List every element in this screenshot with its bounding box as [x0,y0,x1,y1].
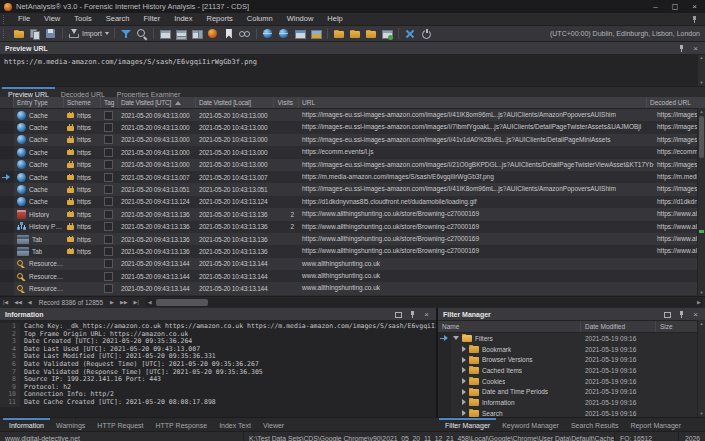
filter-tree-row[interactable]: Filters2021-05-19 09:16 [438,333,705,344]
tag-checkbox[interactable] [104,247,113,256]
menu-item-reports[interactable]: Reports [200,13,240,25]
tag-checkbox[interactable] [104,222,113,231]
menu-item-search[interactable]: Search [99,13,137,25]
filter-tree-row[interactable]: Date and Time Periods2021-05-19 09:16 [438,386,705,397]
collapse-arrow-icon[interactable] [453,336,459,340]
tag-checkbox[interactable] [104,272,113,281]
toolbar-import-button[interactable]: Import [67,27,110,41]
expand-arrow-icon[interactable] [462,389,466,395]
toolbar-power-button[interactable] [419,27,433,41]
menu-item-help[interactable]: Help [320,13,349,25]
maximize-panel-icon[interactable] [394,310,403,319]
filter-tree-row[interactable]: Search2021-05-19 09:16 [438,408,705,417]
filter-tree-row[interactable]: Cached Items2021-05-19 09:16 [438,365,705,376]
close-icon[interactable]: × [422,310,431,319]
last-record-button[interactable]: ▶| [131,297,142,308]
toolbar-copy-button[interactable] [28,27,42,41]
toolbar-open-case-button[interactable] [12,27,26,41]
scroll-down-icon[interactable]: ▼ [698,289,705,296]
table-row[interactable]: Historyhttps2021-05-20 09:43:13.1362021-… [0,208,705,220]
pin-icon[interactable] [677,310,686,319]
prev-record-button[interactable]: ◀ [25,297,35,308]
tab-viewer[interactable]: Viewer [257,418,290,431]
toolbar-grid-view-button[interactable] [158,27,172,41]
column-header-name[interactable]: Name [438,321,581,332]
toolbar-search-button[interactable] [135,27,149,41]
table-row[interactable]: Resource Pref...2021-05-20 09:43:13.1442… [0,282,705,294]
expand-arrow-icon[interactable] [462,346,466,352]
table-row[interactable]: Cachehttps2021-05-20 09:43:13.0512021-05… [0,183,705,195]
toolbar-grid-detail-view-button[interactable] [174,27,188,41]
notification-pin-icon[interactable] [691,15,699,24]
tag-checkbox[interactable] [104,111,113,120]
tab-http-request[interactable]: HTTP Request [91,418,149,431]
table-row[interactable]: Cachehttps2021-05-20 09:43:13.0002021-05… [0,146,705,158]
menu-item-column[interactable]: Column [240,13,280,25]
table-row[interactable]: Tabhttps2021-05-20 09:43:13.1362021-05-2… [0,233,705,245]
tag-checkbox[interactable] [104,148,113,157]
scroll-down-icon[interactable]: ▼ [698,410,705,417]
table-row[interactable]: Cachehttps2021-05-20 09:43:13.0002021-05… [0,134,705,146]
toolbar-link-button[interactable] [238,27,252,41]
tab-keyword-manager[interactable]: Keyword Manager [496,418,565,431]
filter-tree-row[interactable]: Cookies2021-05-19 09:16 [438,376,705,387]
tag-checkbox[interactable] [104,185,113,194]
horizontal-scrollbar[interactable]: ◀ ▶ [146,298,703,307]
close-icon[interactable]: × [691,44,700,53]
tab-information[interactable]: Information [3,418,50,431]
close-button[interactable]: × [692,0,697,13]
grid-vertical-scrollbar[interactable]: ▲ ▼ [697,108,705,296]
minimize-button[interactable]: – [653,0,657,13]
first-record-button[interactable]: |◀ [0,297,11,308]
toolbar-save-button[interactable] [44,27,58,41]
menu-item-filter[interactable]: Filter [137,13,168,25]
column-header-date-modified[interactable]: Date Modified [581,321,656,332]
tag-checkbox[interactable] [104,210,113,219]
tag-checkbox[interactable] [104,173,113,182]
table-row[interactable]: Cachehttps2021-05-20 09:43:13.0002021-05… [0,159,705,171]
next-record-button[interactable]: ▶ [107,297,117,308]
scroll-up-icon[interactable]: ▲ [698,320,705,327]
menu-item-tools[interactable]: Tools [67,13,99,25]
menu-item-view[interactable]: View [37,13,67,25]
preview-scrollbar[interactable]: ▲ ▼ [698,55,705,86]
table-row[interactable]: Resource Pref...2021-05-20 09:43:13.1442… [0,270,705,282]
expand-arrow-icon[interactable] [462,378,466,384]
toolbar-export-folder-button[interactable] [332,27,346,41]
table-row[interactable]: Cachehttps2021-05-20 09:43:13.0072021-05… [0,171,705,183]
table-row[interactable]: Resource Pref...2021-05-20 09:43:13.1442… [0,295,705,296]
toolbar-close-case-button[interactable] [403,27,417,41]
scroll-left-icon[interactable]: ◀ [146,298,154,307]
tag-checkbox[interactable] [104,197,113,206]
column-header-visits[interactable]: Visits [274,97,299,108]
column-header-date-local[interactable]: Date Visited [Local] [196,97,274,108]
close-icon[interactable]: × [691,310,700,319]
column-header-scheme[interactable]: Scheme [64,97,101,108]
tab-warnings[interactable]: Warnings [50,418,91,431]
prev-page-button[interactable]: ◀◀ [11,297,25,308]
column-header-url[interactable]: URL [299,97,647,108]
tag-checkbox[interactable] [104,160,113,169]
scroll-up-icon[interactable]: ▲ [698,55,705,61]
tag-checkbox[interactable] [104,259,113,268]
scrollbar-thumb[interactable] [156,299,208,306]
tab-filter-manager[interactable]: Filter Manager [439,418,496,431]
scroll-down-icon[interactable]: ▼ [698,80,705,86]
tab-http-response[interactable]: HTTP Response [150,418,214,431]
expand-arrow-icon[interactable] [462,367,466,373]
maximize-panel-icon[interactable] [663,310,672,319]
toolbar-filter-button[interactable] [119,27,133,41]
column-header-tag[interactable]: Tag [101,97,118,108]
table-row[interactable]: Resource Pref...2021-05-20 09:43:13.1442… [0,258,705,270]
toolbar-bookmark-button[interactable] [222,27,236,41]
scroll-up-icon[interactable]: ▲ [698,108,705,115]
tag-checkbox[interactable] [104,123,113,132]
pin-icon[interactable] [677,44,686,53]
toolbar-export-folder-alt-button[interactable] [348,27,362,41]
table-row[interactable]: Cachehttps2021-05-20 09:43:13.1242021-05… [0,196,705,208]
menu-item-index[interactable]: Index [167,13,199,25]
toolbar-folder-edit-button[interactable] [364,27,378,41]
expand-arrow-icon[interactable] [462,410,466,416]
filter-tree-row[interactable]: Browser Versions2021-05-19 09:16 [438,354,705,365]
filter-tree-row[interactable]: Information2021-05-19 09:16 [438,397,705,408]
